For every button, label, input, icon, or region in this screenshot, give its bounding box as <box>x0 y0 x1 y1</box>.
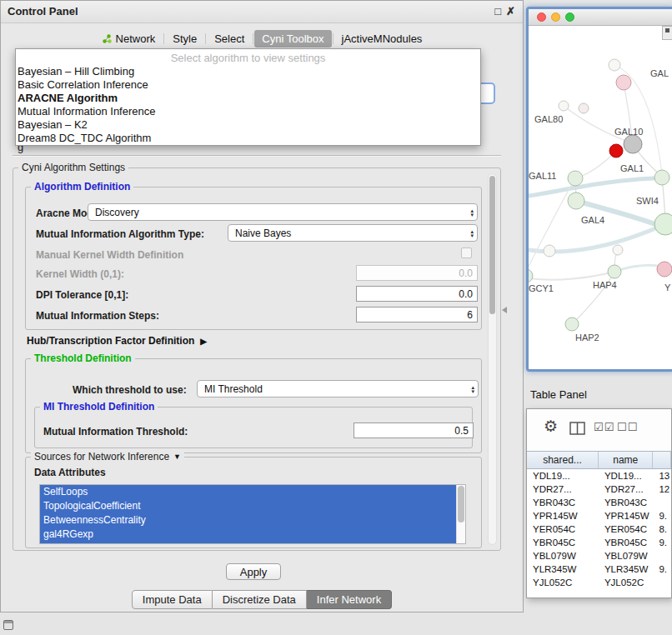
float-window-button[interactable]: □ <box>494 1 501 22</box>
close-window-button[interactable] <box>537 12 546 22</box>
manual-kernel-checkbox[interactable] <box>461 248 472 258</box>
algorithm-option-bayesian-hill-climbing[interactable]: Bayesian – Hill Climbing <box>16 65 480 78</box>
table-cell: YPR145W <box>599 509 653 522</box>
dpi-tolerance-field[interactable]: 0.0 <box>356 286 478 302</box>
tab-separator <box>253 33 253 44</box>
table-row[interactable]: YBL079WYBL079W <box>527 549 671 562</box>
algorithm-option-mutual-information-inference[interactable]: Mutual Information Inference <box>16 105 480 118</box>
kernel-width-label: Kernel Width (0,1): <box>36 268 124 280</box>
deselect-all-icon[interactable]: ☐☐ <box>617 421 638 433</box>
network-graph[interactable]: GAL80GAL10GAL11GAL1SWI4GAL4GCY1HAP4HAP2G… <box>529 26 672 369</box>
network-node[interactable] <box>544 245 555 257</box>
mi-type-select[interactable]: Naive Bayes ▴▾ <box>228 224 478 242</box>
hub-definition-expander[interactable]: Hub/Transcription Factor Definition ▶ <box>27 335 207 347</box>
control-panel-window: Control Panel □ ✗ NetworkStyleSelectCyni… <box>0 0 524 612</box>
select-all-icon[interactable]: ☑☑ <box>594 421 614 433</box>
network-node[interactable] <box>579 103 589 113</box>
table-row[interactable]: YBR045CYBR045C9. <box>527 536 671 549</box>
attribute-item-gal4rgexp[interactable]: gal4RGexp <box>40 528 458 542</box>
scroll-corner-dot <box>665 28 669 32</box>
mi-steps-field[interactable]: 6 <box>356 307 478 322</box>
tab-select[interactable]: Select <box>207 30 252 48</box>
network-node[interactable] <box>559 101 569 111</box>
columns-icon[interactable] <box>569 422 585 435</box>
network-node[interactable] <box>608 265 621 278</box>
network-node[interactable] <box>613 245 623 255</box>
tab-style[interactable]: Style <box>165 30 204 48</box>
gear-icon[interactable]: ⚙ <box>544 417 558 436</box>
scrollbar-thumb[interactable] <box>489 176 495 314</box>
table-cell: 13 <box>653 469 671 482</box>
tab-network[interactable]: Network <box>94 30 163 48</box>
kernel-width-field[interactable]: 0.0 <box>356 265 478 281</box>
settings-scrollbar[interactable] <box>488 173 497 545</box>
close-panel-button[interactable]: ✗ <box>506 1 515 22</box>
table-row[interactable]: YER054CYER054C8. <box>527 522 671 536</box>
tab-jactivemnodules[interactable]: jActiveMNodules <box>334 30 430 48</box>
which-threshold-select[interactable]: MI Threshold ▴▾ <box>197 380 479 398</box>
bottom-tab-impute-data[interactable]: Impute Data <box>132 590 213 609</box>
node-label: HAP2 <box>575 332 599 342</box>
attribute-item-selfloops[interactable]: SelfLoops <box>40 485 458 499</box>
node-label: GAL11 <box>529 171 556 181</box>
splitter-handle[interactable] <box>502 307 507 313</box>
table-row[interactable]: YDL19...YDL19...13 <box>527 469 671 482</box>
sources-list[interactable]: SelfLoopsTopologicalCoefficientBetweenne… <box>39 484 466 544</box>
column-header-2[interactable] <box>653 452 671 468</box>
network-edge <box>529 272 614 280</box>
sources-title[interactable]: Sources for Network Inference ▼ <box>31 451 184 462</box>
bottom-tab-infer-network[interactable]: Infer Network <box>307 590 392 609</box>
scrollbar-thumb[interactable] <box>458 486 464 522</box>
mi-type-value: Naive Bayes <box>235 228 467 239</box>
attribute-item-partial[interactable] <box>40 542 458 544</box>
table-row[interactable]: YDR27...YDR27...12 <box>527 482 671 496</box>
table-row[interactable]: YJL052CYJL052C <box>527 576 671 589</box>
minimized-window-icon[interactable] <box>3 620 13 630</box>
sources-list-scrollbar[interactable] <box>456 485 465 543</box>
expand-right-icon: ▶ <box>200 337 207 346</box>
manual-kernel-label: Manual Kernel Width Definition <box>36 249 183 261</box>
table-cell: 12 <box>653 482 671 496</box>
tab-cyni-toolbox[interactable]: Cyni Toolbox <box>254 30 331 48</box>
network-node[interactable] <box>616 75 631 90</box>
algorithm-option-aracne-algorithm[interactable]: ARACNE Algorithm <box>16 92 480 105</box>
network-node[interactable] <box>568 192 584 209</box>
threshold-definition-title: Threshold Definition <box>31 352 135 364</box>
network-window-titlebar[interactable] <box>529 9 672 26</box>
table-cell: YPR145W <box>527 509 599 522</box>
algorithm-option-dream8-dc-tdc-algorithm[interactable]: Dream8 DC_TDC Algorithm <box>16 132 480 145</box>
dpi-tolerance-label: DPI Tolerance [0,1]: <box>36 289 128 301</box>
aracne-mode-select[interactable]: Discovery ▴▾ <box>88 203 478 221</box>
mi-threshold-field[interactable]: 0.5 <box>354 422 474 438</box>
algorithm-dropdown: Select algorithm to view settings Bayesi… <box>15 48 481 146</box>
column-header-name[interactable]: name <box>599 452 653 468</box>
table-row[interactable]: YLR345WYLR345W9. <box>527 562 671 576</box>
network-node[interactable] <box>657 262 672 277</box>
attribute-item-topologicalcoefficient[interactable]: TopologicalCoefficient <box>40 499 458 513</box>
dropdown-placeholder: Select algorithm to view settings <box>16 51 480 65</box>
table-header: shared...name <box>527 451 671 469</box>
column-header-shared[interactable]: shared... <box>527 452 599 468</box>
network-node[interactable] <box>654 213 672 235</box>
control-panel-titlebar[interactable]: Control Panel □ ✗ <box>1 1 523 23</box>
algorithm-dropdown-list: Bayesian – Hill ClimbingBasic Correlatio… <box>16 65 480 145</box>
tab-separator <box>163 33 164 44</box>
bottom-tab-discretize-data[interactable]: Discretize Data <box>213 590 307 609</box>
network-node[interactable] <box>624 135 642 153</box>
algorithm-option-basic-correlation-inference[interactable]: Basic Correlation Inference <box>16 78 480 92</box>
network-node[interactable] <box>568 171 583 186</box>
network-node[interactable] <box>609 144 623 158</box>
table-row[interactable]: YPR145WYPR145W9. <box>527 509 671 522</box>
network-node[interactable] <box>609 59 620 71</box>
attribute-item-betweennesscentrality[interactable]: BetweennessCentrality <box>40 513 458 528</box>
collapse-down-icon: ▼ <box>173 452 181 461</box>
network-node[interactable] <box>565 318 579 331</box>
network-scroll-corner[interactable] <box>662 26 672 40</box>
apply-button[interactable]: Apply <box>226 563 281 580</box>
network-node[interactable] <box>654 170 669 185</box>
zoom-window-button[interactable] <box>565 12 574 22</box>
minimize-window-button[interactable] <box>551 12 560 22</box>
algorithm-option-bayesian-k2[interactable]: Bayesian – K2 <box>16 118 480 132</box>
table-row[interactable]: YBR043CYBR043C <box>527 496 671 509</box>
network-node[interactable] <box>529 269 533 282</box>
